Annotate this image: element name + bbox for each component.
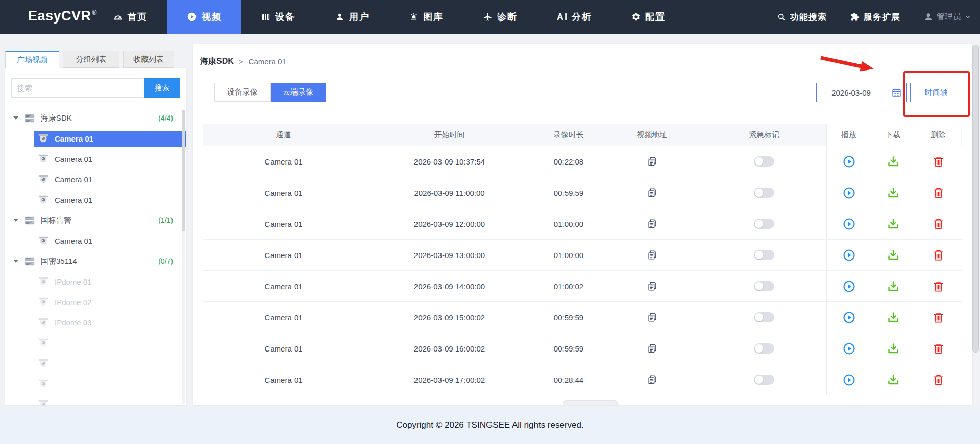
- download-button[interactable]: [887, 342, 899, 355]
- tree-item-camera[interactable]: [5, 353, 186, 373]
- table-row: Camera 012026-03-09 16:00:0200:59:59: [203, 333, 962, 364]
- download-button[interactable]: [887, 373, 899, 386]
- play-button[interactable]: [843, 249, 855, 262]
- tree-item-camera[interactable]: [5, 333, 186, 353]
- duration-cell: 01:00:00: [535, 240, 602, 270]
- video-address-copy-icon[interactable]: [647, 374, 658, 385]
- nav-item-device[interactable]: 设备: [241, 0, 315, 34]
- delete-button[interactable]: [933, 218, 944, 230]
- toolbar: 设备录像云端录像 2026-03-09 时间轴: [193, 83, 972, 102]
- device-search-button[interactable]: 搜索: [144, 78, 180, 98]
- delete-button[interactable]: [933, 249, 944, 261]
- emergency-toggle[interactable]: [754, 343, 774, 354]
- tree-item-camera[interactable]: [5, 373, 186, 394]
- tree-item-camera[interactable]: Camera 01: [5, 149, 186, 169]
- download-button[interactable]: [887, 311, 899, 323]
- tree-group[interactable]: 国密35114(0/7): [5, 251, 186, 271]
- play-button[interactable]: [843, 155, 855, 168]
- play-button[interactable]: [843, 186, 855, 199]
- tree-group-label: 国标告警: [41, 216, 71, 225]
- tree-item-camera[interactable]: [5, 394, 186, 405]
- function-search-button[interactable]: 功能搜索: [777, 11, 827, 23]
- admin-menu[interactable]: 管理员: [924, 12, 971, 22]
- tree-item-camera[interactable]: Camera 01: [5, 230, 186, 251]
- duration-cell: 00:59:59: [535, 302, 602, 333]
- tree-item-camera[interactable]: IPdome 02: [5, 292, 186, 312]
- video-address-cell: [602, 240, 702, 270]
- delete-button[interactable]: [933, 312, 944, 323]
- delete-button[interactable]: [933, 156, 944, 168]
- nav-item-config[interactable]: 配置: [611, 0, 685, 34]
- tree-group-label: 海康SDK: [41, 113, 72, 123]
- page-scrollbar[interactable]: [972, 45, 979, 353]
- video-address-copy-icon[interactable]: [647, 249, 658, 261]
- tree-item-camera[interactable]: IPdome 01: [5, 271, 186, 292]
- delete-button[interactable]: [933, 281, 944, 292]
- tree-group[interactable]: 海康SDK(4/4): [5, 108, 186, 128]
- toggle-knob: [755, 189, 763, 197]
- emergency-toggle[interactable]: [754, 250, 774, 260]
- emergency-toggle[interactable]: [754, 188, 774, 198]
- nav-item-gallery[interactable]: 图库: [389, 0, 463, 34]
- emergency-toggle[interactable]: [754, 375, 774, 385]
- play-button[interactable]: [843, 342, 855, 355]
- download-button[interactable]: [887, 155, 899, 168]
- sidebar-scrollbar[interactable]: [182, 110, 185, 231]
- download-button[interactable]: [887, 186, 899, 199]
- tree-group[interactable]: 国标告警(1/1): [5, 210, 186, 230]
- date-picker[interactable]: 2026-03-09: [816, 83, 907, 102]
- video-address-copy-icon[interactable]: [647, 156, 658, 167]
- download-button[interactable]: [887, 280, 899, 292]
- delete-button[interactable]: [933, 343, 944, 355]
- record-tab-0[interactable]: 设备录像: [214, 83, 271, 102]
- record-tab-1[interactable]: 云端录像: [271, 83, 326, 102]
- tree-item-camera[interactable]: IPdome 03: [5, 312, 186, 333]
- nav-item-video[interactable]: 视频: [167, 0, 241, 34]
- sidebar-tab-1[interactable]: 分组列表: [63, 51, 119, 68]
- play-cell: [827, 302, 871, 333]
- service-extension-label: 服务扩展: [864, 11, 900, 23]
- video-address-copy-icon[interactable]: [647, 312, 658, 323]
- caret-down-icon[interactable]: [13, 116, 18, 120]
- video-address-copy-icon[interactable]: [647, 343, 658, 354]
- play-button[interactable]: [843, 280, 855, 293]
- play-button[interactable]: [843, 373, 855, 386]
- sidebar-tab-2[interactable]: 收藏列表: [123, 51, 174, 68]
- video-address-copy-icon[interactable]: [647, 281, 658, 292]
- toggle-knob: [755, 157, 763, 166]
- calendar-icon[interactable]: [886, 83, 906, 102]
- delete-button[interactable]: [933, 374, 944, 386]
- channel-cell: Camera 01: [203, 240, 364, 270]
- tree-item-camera[interactable]: Camera 01: [5, 190, 186, 210]
- device-search-input[interactable]: [11, 78, 144, 98]
- nav-item-user[interactable]: 用户: [315, 0, 389, 34]
- camera-icon: [38, 358, 49, 368]
- download-button[interactable]: [887, 249, 899, 261]
- video-address-copy-icon[interactable]: [647, 218, 658, 229]
- play-button[interactable]: [843, 218, 855, 230]
- delete-button[interactable]: [933, 187, 944, 199]
- emergency-toggle[interactable]: [754, 219, 774, 229]
- timeline-button[interactable]: 时间轴: [910, 83, 962, 102]
- sidebar-tab-0[interactable]: 广场视频: [5, 51, 59, 68]
- emergency-toggle[interactable]: [754, 281, 774, 291]
- caret-down-icon[interactable]: [13, 260, 18, 263]
- tree-item-camera[interactable]: Camera 01: [5, 169, 186, 190]
- video-address-cell: [602, 271, 702, 301]
- nav-item-home[interactable]: 首页: [93, 0, 167, 34]
- download-button[interactable]: [887, 218, 899, 230]
- emergency-flag-cell: [702, 271, 826, 301]
- emergency-toggle[interactable]: [754, 156, 774, 167]
- recordings-table: 通道开始时间录像时长视频地址紧急标记播放下载删除Camera 012026-03…: [203, 124, 962, 395]
- emergency-toggle[interactable]: [754, 312, 774, 322]
- nav-item-diagnosis[interactable]: 诊断: [463, 0, 537, 34]
- app-logo[interactable]: EasyCVR®: [28, 0, 97, 42]
- caret-down-icon[interactable]: [13, 219, 18, 222]
- tree-item-camera[interactable]: Camera 01: [5, 128, 186, 149]
- play-button[interactable]: [843, 311, 855, 324]
- breadcrumb-parent[interactable]: 海康SDK: [200, 56, 234, 67]
- service-extension-button[interactable]: 服务扩展: [850, 11, 900, 23]
- nav-item-ai-analysis[interactable]: AI 分析: [537, 0, 611, 34]
- video-address-copy-icon[interactable]: [647, 187, 658, 198]
- table-header: 通道开始时间录像时长视频地址紧急标记播放下载删除: [203, 124, 962, 146]
